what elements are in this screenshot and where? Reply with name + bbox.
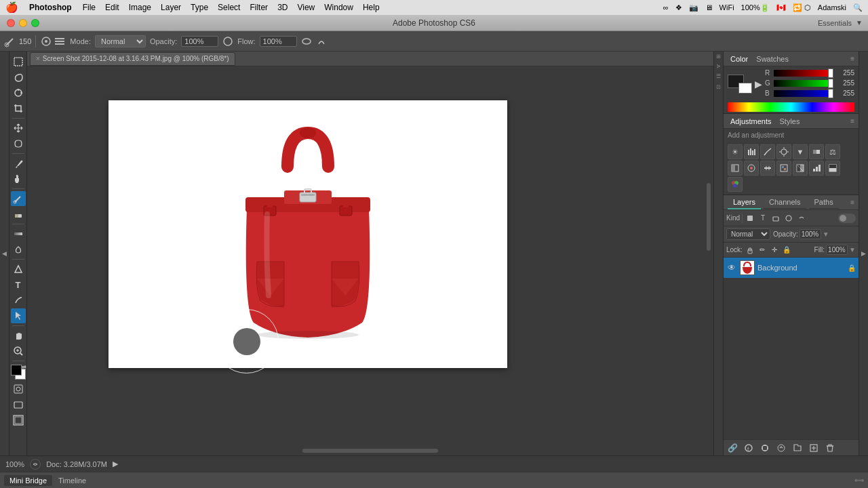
levels-btn[interactable] (744, 144, 759, 159)
lock-transparent-btn[interactable] (745, 245, 755, 255)
red-slider[interactable] (774, 70, 833, 77)
swatches-tab[interactable]: Swatches (753, 55, 791, 63)
adj-panel-menu[interactable]: ≡ (850, 117, 854, 125)
color-balance-btn[interactable]: ⚖ (825, 144, 840, 159)
color-tab[interactable]: Color (728, 55, 751, 63)
posterize-btn[interactable] (809, 161, 824, 176)
cursor-tool[interactable] (11, 308, 26, 323)
type-tool[interactable]: T (11, 277, 26, 292)
quick-select-tool[interactable] (11, 85, 26, 100)
color-panel-menu[interactable]: ≡ (850, 55, 854, 62)
layer-visibility-icon[interactable]: 👁 (726, 263, 737, 272)
close-button[interactable] (7, 19, 15, 27)
filter-shape-btn[interactable] (770, 213, 781, 224)
color-spectrum-bar[interactable] (728, 102, 854, 112)
search-icon[interactable]: 🔍 (853, 3, 863, 12)
new-layer-btn[interactable] (808, 442, 820, 454)
lasso-tool[interactable] (11, 70, 26, 85)
close-tab-btn[interactable]: × (36, 55, 40, 62)
curves-btn[interactable] (760, 144, 775, 159)
brush-tool[interactable] (11, 191, 26, 206)
canvas-scroll-area[interactable] (27, 66, 713, 455)
layer-background[interactable]: 👁 Background 🔒 (724, 258, 859, 278)
fill-arrow[interactable]: ▼ (849, 246, 856, 253)
brightness-contrast-btn[interactable]: ☀ (728, 144, 743, 159)
opacity-arrow[interactable]: ▼ (823, 230, 829, 238)
delete-layer-btn[interactable] (824, 442, 836, 454)
adjustment-layer-btn[interactable] (775, 442, 787, 454)
selective-color-btn[interactable] (728, 177, 743, 192)
brush-preset-icon[interactable] (40, 35, 52, 47)
layers-panel-menu[interactable]: ≡ (850, 199, 854, 206)
doc-info-arrow[interactable]: ▶ (113, 460, 118, 468)
swap-colors-icon[interactable]: ⇄ (22, 364, 26, 370)
maximize-button[interactable] (31, 19, 39, 27)
move-tool[interactable] (11, 121, 26, 136)
paths-tab[interactable]: Paths (809, 196, 839, 209)
minimize-button[interactable] (19, 19, 27, 27)
menu-layer[interactable]: Layer (161, 3, 181, 12)
filter-pixel-btn[interactable] (745, 213, 755, 224)
pen-tool[interactable] (11, 293, 26, 308)
lock-pixels-btn[interactable]: ✏ (757, 245, 767, 255)
menu-help[interactable]: Help (363, 3, 380, 12)
foreground-color[interactable] (11, 365, 22, 375)
panel-icon-3[interactable]: ☰ (715, 73, 722, 79)
menu-edit[interactable]: Edit (105, 3, 119, 12)
filter-adjustment-btn[interactable] (796, 213, 807, 224)
exposure-btn[interactable] (776, 144, 791, 159)
hand-tool[interactable] (11, 328, 26, 343)
menu-view[interactable]: View (297, 3, 315, 12)
menu-filter[interactable]: Filter (250, 3, 268, 12)
styles-tab[interactable]: Styles (777, 117, 803, 125)
essentials-dropdown[interactable]: ▼ (856, 19, 863, 26)
adjustments-tab[interactable]: Adjustments (728, 117, 774, 125)
apple-menu[interactable]: 🍎 (5, 1, 18, 14)
color-swatches-display[interactable] (728, 75, 752, 94)
bg-color-preview[interactable] (738, 83, 752, 94)
opacity-slider-icon[interactable] (222, 36, 233, 47)
horizontal-scrollbar[interactable] (302, 449, 438, 453)
airbrush-icon[interactable] (301, 36, 312, 47)
channels-tab[interactable]: Channels (764, 196, 806, 209)
resize-handle[interactable]: ⟺ (854, 476, 864, 484)
crop-tool[interactable] (11, 101, 26, 116)
menu-select[interactable]: Select (218, 3, 240, 12)
mode-select[interactable]: Normal (95, 35, 146, 47)
filter-toggle[interactable] (838, 214, 856, 223)
channel-mixer-btn[interactable] (760, 161, 775, 176)
menu-3d[interactable]: 3D (277, 3, 288, 12)
filter-type-btn[interactable]: T (757, 213, 768, 224)
blur-tool[interactable] (11, 242, 26, 257)
vibrance-btn[interactable]: ▼ (793, 144, 808, 159)
blue-slider[interactable] (774, 90, 833, 97)
invert-btn[interactable] (793, 161, 808, 176)
panel-icon-2[interactable]: A (715, 64, 722, 68)
lock-position-btn[interactable]: ✛ (770, 245, 779, 255)
right-panel-collapse[interactable]: ▶ (859, 52, 868, 455)
group-layers-btn[interactable] (791, 442, 804, 454)
filter-smart-btn[interactable] (783, 213, 794, 224)
color-lookup-btn[interactable] (776, 161, 791, 176)
menu-file[interactable]: File (83, 3, 96, 12)
fill-input[interactable] (826, 245, 848, 255)
mini-bridge-tab[interactable]: Mini Bridge (4, 475, 52, 486)
document-tab[interactable]: × Screen Shot 2015-12-08 at 3.16.43 PM.j… (30, 52, 235, 66)
opacity-input[interactable] (181, 36, 218, 47)
left-panel-collapse[interactable]: ◀ (0, 52, 9, 455)
photo-filter-btn[interactable] (744, 161, 759, 176)
menu-image[interactable]: Image (129, 3, 151, 12)
panel-icon-4[interactable]: ⊡ (715, 85, 722, 89)
zoom-tool[interactable] (11, 344, 26, 359)
layers-tab[interactable]: Layers (728, 196, 761, 209)
quick-mask-icon[interactable] (11, 382, 26, 396)
play-button[interactable]: ▶ (755, 79, 762, 89)
flow-input[interactable] (260, 36, 297, 47)
lock-all-btn[interactable]: 🔒 (782, 245, 791, 255)
green-slider[interactable] (774, 80, 833, 87)
warp-tool[interactable] (11, 136, 26, 151)
link-layers-btn[interactable]: 🔗 (726, 442, 738, 454)
foreground-background-colors[interactable]: ⇄ (11, 365, 26, 380)
timeline-tab[interactable]: Timeline (53, 475, 92, 486)
path-select-tool[interactable] (11, 262, 26, 277)
